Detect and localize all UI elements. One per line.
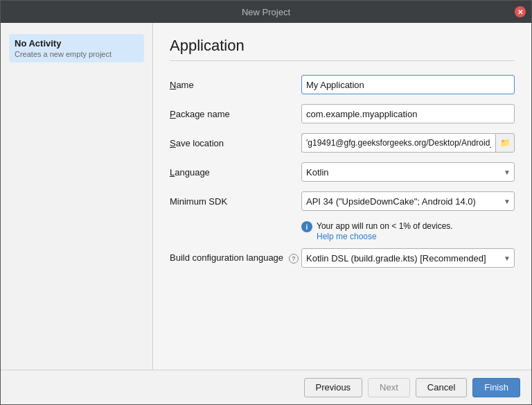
main-content: Application Name Package name Save locat… — [153, 23, 531, 370]
build-config-select[interactable]: Kotlin DSL (build.gradle.kts) [Recommend… — [301, 248, 515, 268]
min-sdk-select[interactable]: API 34 ("UpsideDownCake"; Android 14.0) … — [301, 191, 515, 211]
help-me-choose-link[interactable]: Help me choose — [317, 232, 377, 241]
language-dropdown-wrapper: Kotlin Java ▼ — [301, 162, 515, 182]
sidebar-item-sublabel: Creates a new empty project — [15, 50, 139, 58]
info-text: Your app will run on < 1% of devices. — [317, 221, 453, 231]
package-label: Package name — [170, 109, 301, 119]
build-config-dropdown-wrapper: Kotlin DSL (build.gradle.kts) [Recommend… — [301, 248, 515, 268]
finish-button[interactable]: Finish — [472, 378, 520, 397]
section-title: Application — [170, 37, 515, 61]
build-config-help-icon[interactable]: ? — [289, 254, 299, 264]
name-input[interactable] — [301, 75, 515, 94]
name-row: Name — [170, 75, 515, 94]
language-label: Language — [170, 167, 301, 178]
sidebar-item-label: No Activity — [15, 38, 139, 49]
info-box: i Your app will run on < 1% of devices. … — [301, 221, 515, 241]
build-config-label: Build configuration language ? — [170, 252, 301, 264]
save-location-label: Save location — [170, 138, 301, 148]
close-button[interactable]: ✕ — [515, 6, 526, 17]
footer: Previous Next Cancel Finish — [1, 370, 531, 404]
save-location-row: Save location 📁 — [170, 133, 515, 153]
previous-button[interactable]: Previous — [304, 378, 363, 397]
info-icon: i — [301, 221, 312, 232]
package-input[interactable] — [301, 104, 515, 123]
sidebar-item-no-activity[interactable]: No Activity Creates a new empty project — [9, 34, 144, 62]
browse-button[interactable]: 📁 — [495, 133, 515, 153]
name-label: Name — [170, 80, 301, 90]
next-button[interactable]: Next — [368, 378, 410, 397]
min-sdk-dropdown-wrapper: API 34 ("UpsideDownCake"; Android 14.0) … — [301, 191, 515, 211]
sidebar-area: No Activity Creates a new empty project … — [1, 23, 531, 370]
title-bar: New Project ✕ — [1, 1, 531, 23]
save-location-wrapper: 📁 — [301, 133, 515, 153]
cancel-button[interactable]: Cancel — [416, 378, 467, 397]
min-sdk-row: Minimum SDK API 34 ("UpsideDownCake"; An… — [170, 191, 515, 211]
min-sdk-label: Minimum SDK — [170, 196, 301, 207]
language-select[interactable]: Kotlin Java — [301, 162, 515, 182]
save-location-input[interactable] — [301, 133, 495, 153]
package-row: Package name — [170, 104, 515, 123]
dialog-title: New Project — [242, 7, 290, 17]
dialog: New Project ✕ No Activity Creates a new … — [0, 0, 532, 405]
info-content: Your app will run on < 1% of devices. He… — [317, 221, 453, 241]
sidebar: No Activity Creates a new empty project — [1, 23, 153, 370]
language-row: Language Kotlin Java ▼ — [170, 162, 515, 182]
build-config-row: Build configuration language ? Kotlin DS… — [170, 248, 515, 268]
